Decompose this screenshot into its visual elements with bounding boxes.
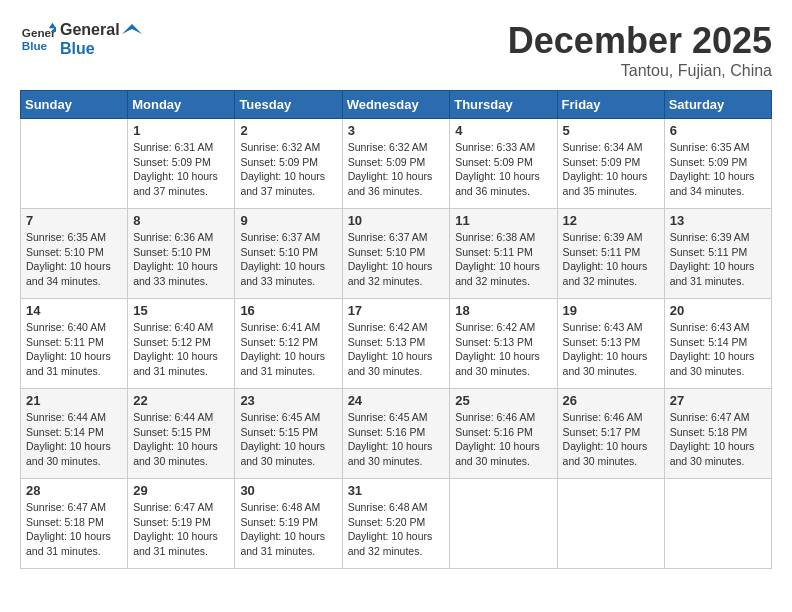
calendar-cell: 18Sunrise: 6:42 AM Sunset: 5:13 PM Dayli… xyxy=(450,299,557,389)
day-number: 22 xyxy=(133,393,229,408)
day-info: Sunrise: 6:32 AM Sunset: 5:09 PM Dayligh… xyxy=(348,140,445,199)
col-header-monday: Monday xyxy=(128,91,235,119)
day-info: Sunrise: 6:44 AM Sunset: 5:15 PM Dayligh… xyxy=(133,410,229,469)
day-info: Sunrise: 6:41 AM Sunset: 5:12 PM Dayligh… xyxy=(240,320,336,379)
day-number: 10 xyxy=(348,213,445,228)
calendar-cell: 10Sunrise: 6:37 AM Sunset: 5:10 PM Dayli… xyxy=(342,209,450,299)
calendar-cell: 17Sunrise: 6:42 AM Sunset: 5:13 PM Dayli… xyxy=(342,299,450,389)
col-header-friday: Friday xyxy=(557,91,664,119)
svg-marker-5 xyxy=(122,24,142,34)
calendar-cell xyxy=(21,119,128,209)
day-info: Sunrise: 6:33 AM Sunset: 5:09 PM Dayligh… xyxy=(455,140,551,199)
day-number: 1 xyxy=(133,123,229,138)
day-info: Sunrise: 6:38 AM Sunset: 5:11 PM Dayligh… xyxy=(455,230,551,289)
col-header-tuesday: Tuesday xyxy=(235,91,342,119)
day-info: Sunrise: 6:45 AM Sunset: 5:15 PM Dayligh… xyxy=(240,410,336,469)
day-info: Sunrise: 6:43 AM Sunset: 5:14 PM Dayligh… xyxy=(670,320,766,379)
day-info: Sunrise: 6:47 AM Sunset: 5:19 PM Dayligh… xyxy=(133,500,229,559)
day-info: Sunrise: 6:47 AM Sunset: 5:18 PM Dayligh… xyxy=(670,410,766,469)
day-info: Sunrise: 6:35 AM Sunset: 5:10 PM Dayligh… xyxy=(26,230,122,289)
calendar-week-row: 21Sunrise: 6:44 AM Sunset: 5:14 PM Dayli… xyxy=(21,389,772,479)
day-info: Sunrise: 6:32 AM Sunset: 5:09 PM Dayligh… xyxy=(240,140,336,199)
col-header-wednesday: Wednesday xyxy=(342,91,450,119)
calendar-cell: 14Sunrise: 6:40 AM Sunset: 5:11 PM Dayli… xyxy=(21,299,128,389)
calendar-cell: 19Sunrise: 6:43 AM Sunset: 5:13 PM Dayli… xyxy=(557,299,664,389)
page-header: General Blue General Blue December 2025 … xyxy=(20,20,772,80)
col-header-sunday: Sunday xyxy=(21,91,128,119)
day-info: Sunrise: 6:48 AM Sunset: 5:20 PM Dayligh… xyxy=(348,500,445,559)
calendar-cell: 9Sunrise: 6:37 AM Sunset: 5:10 PM Daylig… xyxy=(235,209,342,299)
calendar-cell: 16Sunrise: 6:41 AM Sunset: 5:12 PM Dayli… xyxy=(235,299,342,389)
calendar-cell: 11Sunrise: 6:38 AM Sunset: 5:11 PM Dayli… xyxy=(450,209,557,299)
calendar-cell: 5Sunrise: 6:34 AM Sunset: 5:09 PM Daylig… xyxy=(557,119,664,209)
day-number: 3 xyxy=(348,123,445,138)
day-number: 18 xyxy=(455,303,551,318)
day-number: 19 xyxy=(563,303,659,318)
day-info: Sunrise: 6:45 AM Sunset: 5:16 PM Dayligh… xyxy=(348,410,445,469)
day-number: 2 xyxy=(240,123,336,138)
day-number: 11 xyxy=(455,213,551,228)
calendar-cell xyxy=(664,479,771,569)
calendar-header-row: SundayMondayTuesdayWednesdayThursdayFrid… xyxy=(21,91,772,119)
calendar-cell xyxy=(450,479,557,569)
calendar-table: SundayMondayTuesdayWednesdayThursdayFrid… xyxy=(20,90,772,569)
calendar-cell: 22Sunrise: 6:44 AM Sunset: 5:15 PM Dayli… xyxy=(128,389,235,479)
day-number: 7 xyxy=(26,213,122,228)
calendar-week-row: 28Sunrise: 6:47 AM Sunset: 5:18 PM Dayli… xyxy=(21,479,772,569)
day-number: 20 xyxy=(670,303,766,318)
day-number: 24 xyxy=(348,393,445,408)
logo: General Blue General Blue xyxy=(20,20,142,58)
day-info: Sunrise: 6:48 AM Sunset: 5:19 PM Dayligh… xyxy=(240,500,336,559)
logo-icon: General Blue xyxy=(20,21,56,57)
calendar-cell: 7Sunrise: 6:35 AM Sunset: 5:10 PM Daylig… xyxy=(21,209,128,299)
day-info: Sunrise: 6:40 AM Sunset: 5:12 PM Dayligh… xyxy=(133,320,229,379)
calendar-cell: 25Sunrise: 6:46 AM Sunset: 5:16 PM Dayli… xyxy=(450,389,557,479)
day-number: 9 xyxy=(240,213,336,228)
calendar-cell: 23Sunrise: 6:45 AM Sunset: 5:15 PM Dayli… xyxy=(235,389,342,479)
calendar-week-row: 1Sunrise: 6:31 AM Sunset: 5:09 PM Daylig… xyxy=(21,119,772,209)
calendar-cell: 2Sunrise: 6:32 AM Sunset: 5:09 PM Daylig… xyxy=(235,119,342,209)
day-number: 4 xyxy=(455,123,551,138)
day-number: 30 xyxy=(240,483,336,498)
calendar-cell: 29Sunrise: 6:47 AM Sunset: 5:19 PM Dayli… xyxy=(128,479,235,569)
calendar-cell: 12Sunrise: 6:39 AM Sunset: 5:11 PM Dayli… xyxy=(557,209,664,299)
day-info: Sunrise: 6:46 AM Sunset: 5:17 PM Dayligh… xyxy=(563,410,659,469)
day-number: 29 xyxy=(133,483,229,498)
calendar-cell: 3Sunrise: 6:32 AM Sunset: 5:09 PM Daylig… xyxy=(342,119,450,209)
day-info: Sunrise: 6:35 AM Sunset: 5:09 PM Dayligh… xyxy=(670,140,766,199)
day-info: Sunrise: 6:37 AM Sunset: 5:10 PM Dayligh… xyxy=(348,230,445,289)
day-info: Sunrise: 6:42 AM Sunset: 5:13 PM Dayligh… xyxy=(455,320,551,379)
day-number: 26 xyxy=(563,393,659,408)
calendar-cell: 26Sunrise: 6:46 AM Sunset: 5:17 PM Dayli… xyxy=(557,389,664,479)
calendar-cell: 13Sunrise: 6:39 AM Sunset: 5:11 PM Dayli… xyxy=(664,209,771,299)
calendar-cell: 24Sunrise: 6:45 AM Sunset: 5:16 PM Dayli… xyxy=(342,389,450,479)
calendar-cell: 27Sunrise: 6:47 AM Sunset: 5:18 PM Dayli… xyxy=(664,389,771,479)
day-info: Sunrise: 6:42 AM Sunset: 5:13 PM Dayligh… xyxy=(348,320,445,379)
day-number: 28 xyxy=(26,483,122,498)
calendar-cell: 6Sunrise: 6:35 AM Sunset: 5:09 PM Daylig… xyxy=(664,119,771,209)
col-header-thursday: Thursday xyxy=(450,91,557,119)
day-number: 21 xyxy=(26,393,122,408)
day-info: Sunrise: 6:31 AM Sunset: 5:09 PM Dayligh… xyxy=(133,140,229,199)
day-number: 25 xyxy=(455,393,551,408)
calendar-week-row: 14Sunrise: 6:40 AM Sunset: 5:11 PM Dayli… xyxy=(21,299,772,389)
day-number: 14 xyxy=(26,303,122,318)
day-info: Sunrise: 6:43 AM Sunset: 5:13 PM Dayligh… xyxy=(563,320,659,379)
calendar-cell: 30Sunrise: 6:48 AM Sunset: 5:19 PM Dayli… xyxy=(235,479,342,569)
day-number: 17 xyxy=(348,303,445,318)
day-number: 8 xyxy=(133,213,229,228)
day-number: 13 xyxy=(670,213,766,228)
col-header-saturday: Saturday xyxy=(664,91,771,119)
calendar-cell: 20Sunrise: 6:43 AM Sunset: 5:14 PM Dayli… xyxy=(664,299,771,389)
calendar-cell xyxy=(557,479,664,569)
calendar-cell: 21Sunrise: 6:44 AM Sunset: 5:14 PM Dayli… xyxy=(21,389,128,479)
day-info: Sunrise: 6:46 AM Sunset: 5:16 PM Dayligh… xyxy=(455,410,551,469)
svg-text:Blue: Blue xyxy=(22,39,48,52)
calendar-cell: 8Sunrise: 6:36 AM Sunset: 5:10 PM Daylig… xyxy=(128,209,235,299)
day-info: Sunrise: 6:44 AM Sunset: 5:14 PM Dayligh… xyxy=(26,410,122,469)
day-number: 15 xyxy=(133,303,229,318)
day-number: 5 xyxy=(563,123,659,138)
day-info: Sunrise: 6:34 AM Sunset: 5:09 PM Dayligh… xyxy=(563,140,659,199)
month-title: December 2025 xyxy=(508,20,772,62)
day-info: Sunrise: 6:40 AM Sunset: 5:11 PM Dayligh… xyxy=(26,320,122,379)
